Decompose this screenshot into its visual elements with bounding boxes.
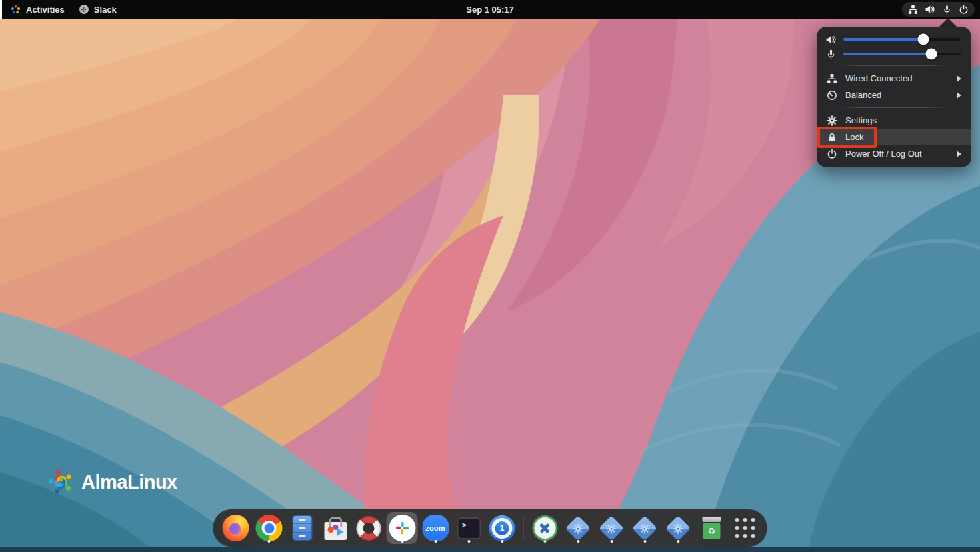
- clock-button[interactable]: Sep 1 05:17: [466, 0, 514, 19]
- speaker-icon: [825, 34, 837, 45]
- running-indicator: [434, 540, 437, 543]
- menu-item-label: Lock: [845, 132, 961, 142]
- microphone-icon: [825, 49, 837, 60]
- dock-item-files[interactable]: [287, 512, 318, 544]
- microphone-icon: [942, 5, 952, 15]
- running-indicator: [610, 540, 613, 543]
- focused-app-label: Slack: [94, 5, 117, 15]
- running-indicator: [577, 540, 579, 543]
- chrome-icon-center: [264, 523, 274, 533]
- volume-thumb[interactable]: [917, 34, 929, 45]
- volume-slider[interactable]: [817, 32, 971, 47]
- menu-item-label: Wired Connected: [845, 73, 949, 83]
- lifebuoy-icon: [357, 516, 381, 541]
- submenu-arrow-icon: [957, 75, 961, 82]
- power-icon: [959, 5, 969, 15]
- microphone-thumb[interactable]: [926, 49, 937, 60]
- screen-edge-artifact: [0, 0, 2, 19]
- dock-item-remote-x-app[interactable]: [529, 512, 561, 544]
- microphone-fill: [843, 53, 931, 55]
- executable-diamond-icon: [665, 515, 691, 541]
- dock-separator: [523, 516, 524, 540]
- dock-item-generic-app-4[interactable]: [663, 512, 694, 544]
- submenu-arrow-icon: [957, 151, 961, 157]
- system-tray-button[interactable]: [902, 2, 975, 17]
- slack-icon: [389, 515, 415, 541]
- menu-item-lock[interactable]: Lock: [817, 129, 971, 145]
- dock-item-generic-app-2[interactable]: [596, 512, 627, 544]
- terminal-icon: >_: [457, 517, 481, 539]
- running-indicator: [467, 540, 470, 543]
- network-wired-icon: [827, 73, 837, 84]
- distro-logo-icon: [11, 5, 21, 15]
- dock-item-zoom[interactable]: zoom: [420, 512, 451, 544]
- dock-item-show-apps[interactable]: [729, 512, 761, 544]
- microphone-slider[interactable]: [817, 47, 971, 61]
- activities-button[interactable]: Activities: [11, 0, 65, 19]
- running-indicator: [543, 540, 546, 543]
- dock-item-generic-app-3[interactable]: [629, 512, 661, 544]
- gear-icon: [827, 115, 837, 126]
- menu-item-power-profile[interactable]: Balanced: [817, 87, 971, 103]
- menu-separator: [841, 65, 947, 66]
- x-circle-icon: [532, 515, 557, 541]
- running-indicator: [267, 540, 270, 543]
- running-indicator: [501, 540, 503, 543]
- top-bar: Activities Slack Sep 1 05:17: [0, 0, 980, 19]
- executable-diamond-icon: [599, 515, 624, 541]
- focused-app-indicator[interactable]: Slack: [79, 0, 117, 19]
- zoom-icon-label: zoom: [425, 524, 445, 532]
- power-profile-gauge-icon: [827, 90, 837, 101]
- dock-item-terminal[interactable]: >_: [453, 512, 485, 544]
- running-indicator: [677, 540, 679, 543]
- zoom-icon: zoom: [422, 515, 449, 541]
- menu-item-label: Power Off / Log Out: [845, 149, 949, 159]
- almalinux-logo: AlmaLinux: [45, 467, 177, 497]
- executable-diamond-icon: [565, 515, 591, 541]
- dock-item-software[interactable]: [320, 512, 351, 544]
- dock: zoom >_ 1: [213, 509, 767, 547]
- almalinux-pinwheel-icon: [45, 467, 76, 497]
- submenu-arrow-icon: [957, 92, 961, 99]
- volume-track[interactable]: [843, 38, 961, 41]
- dock-item-firefox[interactable]: [220, 512, 251, 544]
- file-cabinet-icon: [292, 515, 312, 541]
- menu-item-label: Settings: [845, 115, 961, 125]
- volume-icon: [925, 4, 935, 15]
- dock-item-chrome[interactable]: [253, 512, 285, 544]
- dock-item-slack[interactable]: [387, 512, 418, 544]
- activities-label: Activities: [26, 5, 65, 15]
- menu-item-power-off-log-out[interactable]: Power Off / Log Out: [817, 145, 971, 162]
- dock-item-help[interactable]: [353, 512, 385, 544]
- trash-icon: ♻: [702, 517, 721, 539]
- menu-pointer-arrow: [939, 18, 957, 27]
- microphone-track[interactable]: [843, 53, 961, 55]
- menu-item-settings[interactable]: Settings: [817, 112, 971, 129]
- executable-diamond-icon: [632, 515, 657, 541]
- network-wired-icon: [908, 5, 918, 15]
- system-menu: Wired Connected Balanced Settings: [817, 27, 971, 167]
- firefox-icon: [222, 515, 249, 541]
- running-indicator: [643, 540, 646, 543]
- slack-tray-icon: [79, 5, 89, 14]
- menu-item-label: Balanced: [845, 90, 949, 100]
- desktop-screen: AlmaLinux Activities: [0, 0, 980, 552]
- menu-item-wired-connected[interactable]: Wired Connected: [817, 70, 971, 87]
- clock-label: Sep 1 05:17: [466, 5, 514, 15]
- dock-item-1password[interactable]: 1: [487, 512, 518, 544]
- app-grid-icon: [735, 518, 755, 538]
- software-bag-icon: [324, 522, 347, 540]
- volume-fill: [843, 38, 923, 41]
- power-icon: [827, 149, 837, 159]
- menu-separator: [841, 107, 947, 108]
- running-indicator: [401, 540, 403, 543]
- lock-icon: [827, 132, 837, 143]
- 1password-icon: 1: [489, 515, 515, 541]
- dock-item-generic-app-1[interactable]: [563, 512, 594, 544]
- brand-text: AlmaLinux: [81, 471, 177, 493]
- dock-item-trash[interactable]: ♻: [696, 512, 727, 544]
